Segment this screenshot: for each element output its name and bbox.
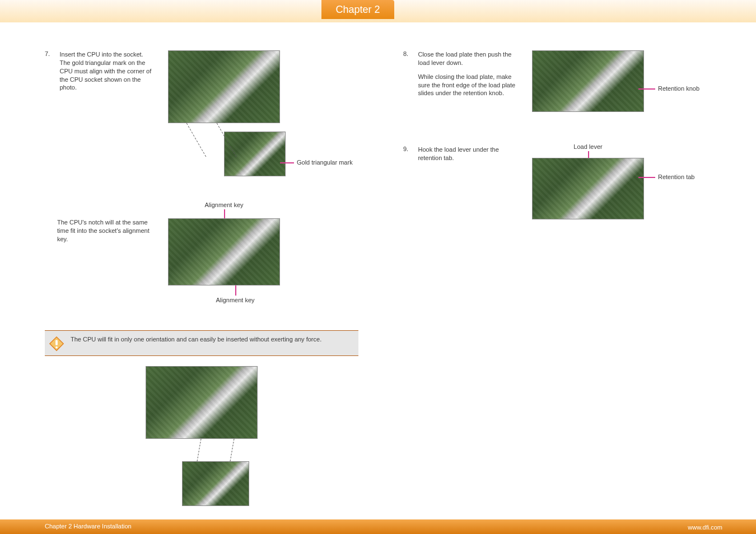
- footer-left-text: Chapter 2 Hardware Installation: [45, 523, 132, 530]
- step-9-text: Hook the load lever under the retention …: [418, 146, 519, 162]
- bottom-detail-photo: [182, 461, 249, 506]
- footer-right-text: www.dfi.com: [688, 524, 722, 531]
- bottom-main-photo: [146, 366, 258, 439]
- callout-line: [235, 285, 236, 296]
- footer-bar: Chapter 2 Hardware Installation: [0, 519, 756, 534]
- load-lever-label: Load lever: [560, 143, 616, 150]
- step-8-number: 8.: [403, 50, 416, 57]
- gold-triangular-mark-label: Gold triangular mark: [297, 159, 353, 166]
- step-9-region: 9. Hook the load lever under the retenti…: [403, 146, 717, 224]
- callout-line: [638, 177, 655, 178]
- spacer: [403, 73, 416, 79]
- chapter-tab: Chapter 2: [321, 0, 394, 19]
- alignment-key-top-label: Alignment key: [190, 202, 258, 208]
- notch-text: The CPU's notch will at the same time fi…: [57, 218, 152, 243]
- note-text: The CPU will fit in only one orientation…: [71, 336, 321, 343]
- alignment-key-photo: [168, 218, 280, 285]
- step-9-number: 9.: [403, 146, 416, 152]
- step-7-region: 7. Insert the CPU into the socket. The g…: [45, 50, 358, 190]
- left-column: 7. Insert the CPU into the socket. The g…: [45, 50, 358, 512]
- callout-line: [638, 88, 655, 90]
- step-8-region: 8. Close the load plate then push the lo…: [403, 50, 717, 129]
- callout-line: [280, 162, 294, 163]
- step-8-photo: [532, 50, 644, 112]
- step-8-text1: Close the load plate then push the load …: [418, 50, 519, 67]
- step-7-text: Insert the CPU into the socket. The gold…: [59, 50, 155, 92]
- step-7-number: 7.: [45, 50, 57, 57]
- alignment-key-bottom-label: Alignment key: [202, 297, 269, 303]
- warning-icon: [48, 335, 65, 352]
- retention-tab-label: Retention tab: [658, 174, 694, 180]
- step-9-photo: [532, 158, 644, 219]
- svg-rect-2: [55, 340, 58, 345]
- important-note: The CPU will fit in only one orientation…: [45, 330, 358, 356]
- step-7-main-photo: [168, 50, 280, 123]
- alignment-region: Alignment key The CPU's notch will at th…: [45, 202, 358, 313]
- svg-point-3: [55, 346, 58, 349]
- step-8-text2: While closing the load plate, make sure …: [418, 73, 519, 98]
- right-column: 8. Close the load plate then push the lo…: [403, 50, 717, 224]
- zoom-line: [197, 439, 234, 461]
- retention-knob-label: Retention knob: [658, 85, 699, 92]
- bottom-images-region: [45, 366, 358, 512]
- content-area: 7. Insert the CPU into the socket. The g…: [45, 50, 722, 509]
